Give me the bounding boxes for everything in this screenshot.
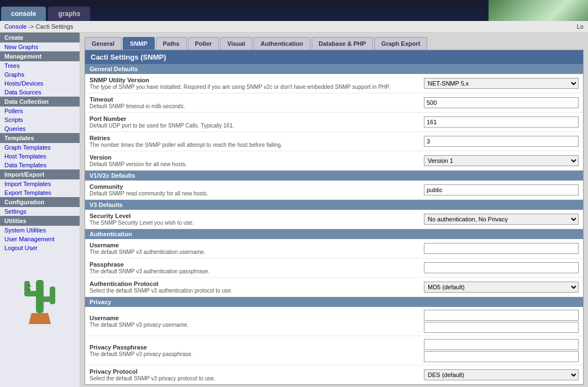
section-header-v1/v2c-defaults: V1/V2c Defaults (85, 171, 583, 181)
sidebar-item-graphs[interactable]: Graphs (0, 70, 80, 79)
tab-visual[interactable]: Visual (220, 37, 252, 50)
graphs-tab[interactable]: graphs (48, 7, 90, 21)
setting-desc-privacy-passphrase: The default SNMP v3 privacy passphrase. (90, 351, 418, 357)
setting-desc-passphrase: The default SNMP v3 authentication passp… (90, 268, 418, 274)
setting-row-snmp-utility-version: SNMP Utility VersionThe type of SNMP you… (85, 74, 583, 93)
svg-rect-2 (24, 281, 30, 296)
sidebar-item-system-utilities[interactable]: System Utilities (0, 226, 80, 235)
sidebar-item-settings[interactable]: Settings (0, 207, 80, 216)
setting-desc-username: The default SNMP v3 authentication usern… (90, 249, 418, 255)
setting-title-port-number: Port Number (90, 115, 418, 122)
sidebar-header-management: Management (0, 51, 80, 61)
input-timeout[interactable] (424, 97, 579, 108)
select-privacy-protocol[interactable]: DES (default)AES (424, 369, 579, 380)
tab-snmp[interactable]: SNMP (123, 37, 155, 50)
sidebar: CreateNew GraphsManagementTreesGraphsHos… (0, 33, 80, 387)
sidebar-item-new-graphs[interactable]: New Graphs (0, 43, 80, 51)
sidebar-item-logout-user[interactable]: Logout User (0, 243, 80, 252)
setting-title-username: Username (90, 315, 418, 321)
input-community[interactable] (424, 184, 579, 195)
setting-title-security-level: Security Level (90, 213, 418, 219)
sidebar-item-data-sources[interactable]: Data Sources (0, 88, 80, 97)
svg-rect-4 (50, 287, 55, 304)
input-retries[interactable] (424, 136, 579, 147)
top-nav-logo (489, 0, 588, 21)
sidebar-item-scripts[interactable]: Scripts (0, 115, 80, 124)
select-snmp-utility-version[interactable]: NET-SNMP 5.xNET-SNMP 4.xucd-snmp 3.x (424, 78, 579, 89)
sidebar-item-pollers[interactable]: Pollers (0, 107, 80, 115)
tab-graph-export[interactable]: Graph Export (374, 37, 427, 50)
sidebar-header-create: Create (0, 33, 80, 43)
settings-panel: Cacti Settings (SNMP) General DefaultsSN… (85, 50, 584, 385)
top-nav: console graphs (0, 0, 588, 21)
setting-row-privacy-protocol: Privacy ProtocolSelect the default SNMP … (85, 365, 583, 384)
breadcrumb-separator: -> (28, 23, 35, 30)
input-username-1[interactable] (424, 310, 579, 321)
setting-title-snmp-utility-version: SNMP Utility Version (90, 77, 418, 83)
main-layout: CreateNew GraphsManagementTreesGraphsHos… (0, 33, 588, 387)
sidebar-header-templates: Templates (0, 133, 80, 143)
sidebar-item-hosts/devices[interactable]: Hosts/Devices (0, 79, 80, 88)
setting-desc-version: Default SNMP version for all new hosts. (90, 161, 418, 167)
sidebar-item-host-templates[interactable]: Host Templates (0, 152, 80, 161)
setting-desc-community: Default SNMP read community for all new … (90, 190, 418, 197)
input-port-number[interactable] (424, 116, 579, 128)
sidebar-item-graph-templates[interactable]: Graph Templates (0, 143, 80, 152)
select-security-level[interactable]: No authentication, No PrivacyAuthenticat… (424, 214, 579, 225)
logout-link[interactable]: Lo (577, 23, 584, 30)
input-privacy-passphrase-1[interactable] (424, 339, 579, 350)
setting-row-timeout: TimeoutDefault SNMP timeout in milli-sec… (85, 93, 583, 113)
input-username-2[interactable] (424, 322, 579, 333)
tab-database-and-php[interactable]: Database & PHP (312, 37, 374, 50)
setting-row-username: UsernameThe default SNMP v3 authenticati… (85, 239, 583, 258)
setting-title-username: Username (90, 242, 418, 248)
setting-desc-security-level: The SNMP Security Level you wish to use. (90, 220, 418, 226)
sidebar-item-import-templates[interactable]: Import Templates (0, 179, 80, 188)
setting-title-privacy-protocol: Privacy Protocol (90, 368, 418, 375)
setting-desc-timeout: Default SNMP timeout in milli-seconds. (90, 103, 418, 109)
setting-desc-port-number: Default UDP port to be used for SNMP Cal… (90, 123, 418, 129)
svg-marker-5 (29, 313, 51, 324)
sidebar-item-data-templates[interactable]: Data Templates (0, 161, 80, 169)
setting-title-retries: Retries (90, 135, 418, 141)
console-tab[interactable]: console (1, 7, 46, 21)
sidebar-item-queries[interactable]: Queries (0, 124, 80, 133)
sidebar-item-user-management[interactable]: User Management (0, 235, 80, 243)
setting-row-security-level: Security LevelThe SNMP Security Level yo… (85, 210, 583, 229)
select-version[interactable]: Version 1Version 2Version 3 (424, 155, 579, 166)
select-authentication-protocol[interactable]: MD5 (default)SHA (424, 282, 579, 293)
setting-title-authentication-protocol: Authentication Protocol (90, 280, 418, 287)
sidebar-header-configuration: Configuration (0, 197, 80, 207)
breadcrumb-home[interactable]: Console (4, 23, 27, 30)
section-header-general-defaults: General Defaults (85, 64, 583, 74)
section-header-v3-defaults: V3 Defaults (85, 200, 583, 210)
section-header-privacy: Privacy (85, 297, 583, 307)
input-privacy-passphrase-2[interactable] (424, 351, 579, 362)
setting-row-passphrase: PassphraseThe default SNMP v3 authentica… (85, 258, 583, 278)
input-passphrase[interactable] (424, 262, 579, 273)
content-area: GeneralSNMPPathsPollerVisualAuthenticati… (80, 33, 588, 387)
sidebar-item-export-templates[interactable]: Export Templates (0, 188, 80, 197)
setting-title-community: Community (90, 183, 418, 190)
sidebar-item-trees[interactable]: Trees (0, 61, 80, 70)
input-username[interactable] (424, 243, 579, 254)
setting-desc-privacy-protocol: Select the default SNMP v3 privacy proto… (90, 375, 418, 381)
tab-authentication[interactable]: Authentication (254, 37, 311, 50)
tab-general[interactable]: General (85, 37, 122, 50)
setting-title-timeout: Timeout (90, 96, 418, 103)
tab-paths[interactable]: Paths (156, 37, 187, 50)
tab-poller[interactable]: Poller (188, 37, 219, 50)
setting-row-port-number: Port NumberDefault UDP port to be used f… (85, 113, 583, 132)
setting-desc-authentication-protocol: Select the default SNMP v3 authenticatio… (90, 288, 418, 294)
breadcrumb-current: Cacti Settings (36, 23, 74, 30)
breadcrumb: Console -> Cacti Settings Lo (0, 21, 588, 33)
setting-title-version: Version (90, 154, 418, 161)
setting-title-passphrase: Passphrase (90, 261, 418, 268)
sidebar-header-data-collection: Data Collection (0, 97, 80, 107)
setting-desc-retries: The number times the SNMP poller will at… (90, 142, 418, 148)
setting-title-privacy-passphrase: Privacy Passphrase (90, 344, 418, 351)
sidebar-header-import/export: Import/Export (0, 169, 80, 179)
svg-rect-0 (36, 280, 44, 313)
setting-row-community: CommunityDefault SNMP read community for… (85, 181, 583, 200)
cactus-logo (0, 258, 80, 336)
